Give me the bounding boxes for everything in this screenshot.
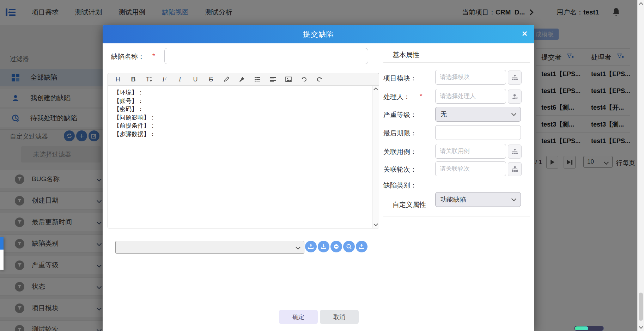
defect-category-select[interactable]: 功能缺陷 — [435, 192, 521, 207]
dialog-title: 提交缺陷 — [303, 29, 334, 39]
handler-label: 处理人： — [383, 92, 410, 102]
confirm-button[interactable]: 确定 — [279, 310, 318, 324]
case-tree-picker-button[interactable] — [508, 145, 522, 159]
sitemap-icon — [512, 148, 518, 155]
basic-attributes-title: 基本属性 — [393, 50, 419, 60]
defect-name-input[interactable] — [164, 48, 368, 64]
editor-toolbar: H B T F I U S — [108, 73, 379, 86]
severity-label: 严重等级： — [383, 110, 417, 119]
chevron-down-icon — [511, 196, 516, 201]
align-icon[interactable] — [270, 76, 276, 83]
remove-icon[interactable] — [330, 241, 342, 252]
scroll-up-icon[interactable] — [373, 87, 378, 92]
page-scrollbar[interactable] — [637, 0, 644, 331]
pen-icon[interactable] — [223, 76, 230, 83]
download-icon[interactable] — [318, 241, 329, 252]
cancel-button[interactable]: 取消 — [320, 310, 359, 324]
required-mark: * — [420, 92, 422, 100]
linked-case-label: 关联用例： — [383, 147, 417, 157]
undo-icon[interactable] — [301, 76, 307, 83]
scroll-up-icon[interactable] — [639, 2, 643, 7]
heading-button[interactable]: H — [115, 76, 121, 83]
redo-icon[interactable] — [316, 76, 323, 83]
deadline-label: 最后期限： — [383, 129, 417, 138]
upload-icon[interactable] — [356, 241, 367, 252]
editor-line: 【账号】： — [114, 97, 373, 105]
edge-popup — [0, 237, 4, 270]
font-button[interactable]: F — [161, 76, 168, 83]
attachment-actions — [305, 241, 367, 252]
linked-round-label: 关联轮次： — [383, 165, 417, 174]
editor-content[interactable]: 【环境】： 【账号】： 【密码】： 【问题影响】： 【前提条件】： 【步骤数据】… — [108, 86, 373, 228]
close-icon[interactable]: × — [522, 28, 527, 39]
defect-name-label: 缺陷名称： — [111, 52, 145, 61]
brush-icon[interactable] — [239, 76, 245, 83]
attachment-select[interactable] — [115, 241, 304, 254]
image-icon[interactable] — [285, 76, 292, 83]
app-screen: 项目需求 测试计划 测试用例 缺陷视图 测试分析 当前项目： CRM_D... … — [0, 0, 644, 331]
handler-picker-button[interactable] — [508, 90, 522, 104]
linked-round-input[interactable] — [435, 161, 506, 176]
linked-case-input[interactable] — [435, 144, 506, 159]
defect-category-label: 缺陷类别： — [383, 181, 417, 190]
editor-line: 【环境】： — [114, 88, 373, 97]
upload-icon[interactable] — [305, 241, 317, 252]
italic-button[interactable]: I — [177, 76, 183, 83]
person-add-icon — [512, 93, 518, 100]
handler-input[interactable] — [435, 89, 506, 104]
strikethrough-button[interactable]: S — [208, 76, 214, 83]
sitemap-icon — [512, 166, 518, 172]
text-size-button[interactable]: T — [146, 76, 152, 83]
scrollbar-thumb[interactable] — [639, 293, 643, 321]
search-icon[interactable] — [343, 241, 355, 252]
chevron-down-icon — [511, 111, 516, 116]
editor-line: 【步骤数据】： — [114, 130, 373, 139]
editor-line: 【密码】： — [114, 105, 373, 114]
sitemap-icon — [512, 74, 518, 81]
deadline-input[interactable] — [435, 125, 521, 140]
severity-select[interactable]: 无 — [435, 107, 521, 122]
custom-attributes-title: 自定义属性 — [393, 200, 426, 209]
editor-scrollbar[interactable] — [372, 86, 379, 228]
updown-arrow-icon — [150, 77, 152, 82]
dialog-header: 提交缺陷 × — [103, 25, 534, 43]
submit-defect-dialog: 提交缺陷 × 缺陷名称： * H B T F I U S — [103, 25, 534, 331]
project-module-input[interactable] — [435, 70, 506, 85]
scroll-down-icon[interactable] — [373, 222, 378, 226]
description-editor: H B T F I U S — [108, 73, 379, 228]
progress-indicator — [574, 326, 604, 331]
editor-line: 【前提条件】： — [114, 122, 373, 130]
required-mark: * — [152, 52, 155, 60]
underline-button[interactable]: U — [192, 76, 199, 83]
bold-button[interactable]: B — [130, 76, 136, 83]
project-module-label: 项目模块： — [383, 74, 417, 83]
module-tree-picker-button[interactable] — [508, 71, 522, 85]
editor-line: 【问题影响】： — [114, 114, 373, 122]
round-tree-picker-button[interactable] — [508, 162, 522, 176]
scroll-down-icon[interactable] — [639, 324, 643, 329]
chevron-down-icon — [296, 245, 300, 250]
bullet-list-icon[interactable] — [254, 76, 261, 83]
